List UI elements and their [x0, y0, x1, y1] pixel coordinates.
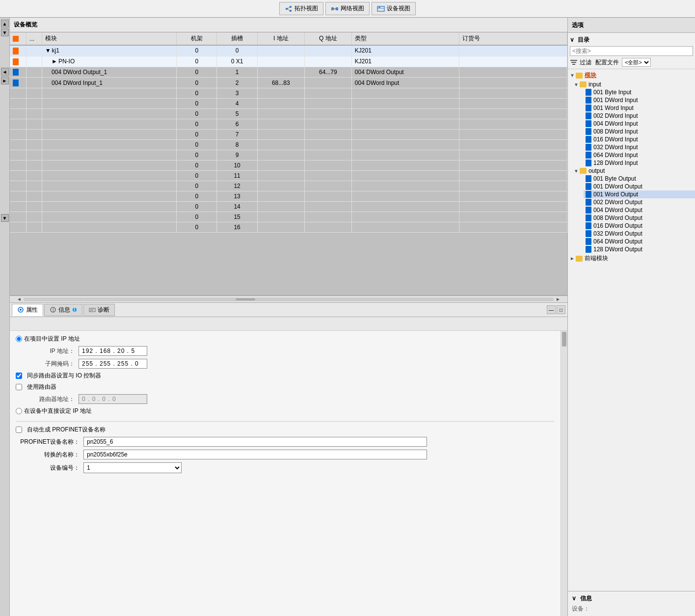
- table-row[interactable]: 010: [10, 161, 567, 171]
- module-icon-8: [586, 152, 591, 159]
- device-view-button[interactable]: 设备视图: [372, 2, 416, 15]
- properties-icon: [17, 306, 24, 313]
- filter-select[interactable]: <全部>: [622, 58, 651, 67]
- row-type-cell: [351, 150, 459, 161]
- output-item-4[interactable]: 004 DWord Output: [584, 206, 695, 214]
- table-row[interactable]: 03: [10, 88, 567, 99]
- table-row[interactable]: 05: [10, 109, 567, 119]
- tree-row-arrow[interactable]: ►: [52, 58, 57, 65]
- row-slot-cell: 0: [217, 45, 257, 56]
- table-row[interactable]: 012: [10, 181, 567, 191]
- row-icon-cell: [10, 140, 27, 150]
- hscroll-left-btn[interactable]: ◄: [17, 296, 22, 302]
- output-item-0[interactable]: 001 Byte Output: [584, 175, 695, 183]
- row-name-cell: 004 DWord Input_1: [42, 78, 176, 88]
- module-icon: [13, 80, 19, 86]
- catalog-search-input[interactable]: [570, 46, 693, 56]
- th-qaddr: Q 地址: [304, 32, 351, 45]
- table-row[interactable]: 09: [10, 150, 567, 161]
- input-item-2[interactable]: 001 Word Input: [584, 104, 695, 112]
- input-item-1[interactable]: 001 DWord Input: [584, 96, 695, 104]
- properties-panel: 在项目中设置 IP 地址 IP 地址： 子网掩码： 同步路由器设置与: [10, 331, 561, 616]
- use-router-checkbox[interactable]: [16, 384, 22, 390]
- tab-maximize-btn[interactable]: □: [557, 305, 565, 314]
- tree-item-front-modules[interactable]: ► 前端模块: [568, 253, 695, 264]
- tree-item-input[interactable]: ▼ input: [572, 80, 695, 88]
- table-row[interactable]: 06: [10, 119, 567, 130]
- table-row[interactable]: 011: [10, 171, 567, 181]
- row-order-cell: [459, 161, 567, 171]
- input-item-0[interactable]: 001 Byte Input: [584, 88, 695, 96]
- input-item-8[interactable]: 064 DWord Input: [584, 151, 695, 159]
- output-item-9[interactable]: 128 DWord Output: [584, 245, 695, 253]
- topology-view-button[interactable]: 拓扑视图: [279, 2, 323, 15]
- nav-left-button[interactable]: ◄: [1, 68, 9, 76]
- row-name-cell: [42, 150, 176, 161]
- tab-diagnostics[interactable]: 诊断: [83, 304, 115, 316]
- tree-item-output[interactable]: ▼ output: [572, 167, 695, 175]
- table-row[interactable]: 014: [10, 202, 567, 212]
- tab-info[interactable]: i 信息 i: [44, 304, 82, 316]
- row-qaddr-cell: [304, 202, 351, 212]
- vscroll-right[interactable]: [561, 331, 567, 616]
- row-slot-cell: 10: [217, 161, 257, 171]
- input-item-7[interactable]: 032 DWord Input: [584, 143, 695, 151]
- auto-gen-checkbox[interactable]: [16, 427, 22, 433]
- input-item-4[interactable]: 004 DWord Input: [584, 120, 695, 128]
- subnet-input[interactable]: [79, 359, 147, 369]
- network-view-button[interactable]: 网络视图: [325, 2, 370, 15]
- hscroll-right-btn[interactable]: ►: [556, 296, 561, 302]
- row-qaddr-cell: [304, 222, 351, 233]
- hscrollbar[interactable]: ◄ ►: [10, 295, 567, 302]
- table-row[interactable]: ►PN-IO00 X1KJ201: [10, 56, 567, 67]
- row-slot-cell: 9: [217, 150, 257, 161]
- table-row[interactable]: 07: [10, 130, 567, 140]
- table-row[interactable]: 015: [10, 212, 567, 222]
- output-item-8[interactable]: 064 DWord Output: [584, 238, 695, 245]
- nav-down2-button[interactable]: ▼: [1, 214, 9, 222]
- catalog-tree[interactable]: ▼ 模块 ▼ input 001 Byte Input: [568, 69, 695, 591]
- table-row[interactable]: 013: [10, 191, 567, 202]
- table-row[interactable]: 004 DWord Output_10164...79004 DWord Out…: [10, 67, 567, 78]
- nav-up-button[interactable]: ▲: [1, 20, 9, 27]
- tree-row-arrow[interactable]: ▼: [45, 47, 51, 54]
- sync-router-checkbox[interactable]: [16, 373, 22, 379]
- row-order-cell: [459, 45, 567, 56]
- output-item-7[interactable]: 032 DWord Output: [584, 230, 695, 238]
- row-type-cell: [351, 222, 459, 233]
- row-qaddr-cell: [304, 181, 351, 191]
- output-item-6[interactable]: 016 DWord Output: [584, 222, 695, 230]
- row-type-cell: [351, 109, 459, 119]
- table-row[interactable]: 08: [10, 140, 567, 150]
- input-item-6[interactable]: 016 DWord Input: [584, 135, 695, 143]
- input-item-5[interactable]: 008 DWord Input: [584, 128, 695, 135]
- catalog-section: ∨ 目录 过滤 配置文件 <全部>: [568, 33, 695, 69]
- table-row[interactable]: ▼kj100KJ201: [10, 45, 567, 56]
- output-item-3[interactable]: 002 DWord Output: [584, 198, 695, 206]
- icon-module: [13, 36, 19, 42]
- ip-in-project-radio[interactable]: [16, 336, 22, 342]
- row-type-cell: [351, 119, 459, 130]
- row-icon-cell: [10, 45, 27, 56]
- ip-input[interactable]: [79, 346, 147, 356]
- nav-down-button[interactable]: ▼: [1, 28, 9, 36]
- row-slot-cell: 0 X1: [217, 56, 257, 67]
- input-item-9[interactable]: 128 DWord Input: [584, 159, 695, 167]
- input-item-3[interactable]: 002 DWord Input: [584, 112, 695, 120]
- converted-name-input[interactable]: [83, 450, 427, 459]
- nav-right-button[interactable]: ►: [1, 77, 9, 84]
- table-container[interactable]: ... 模块 机架 插槽 I 地址 Q 地址 类型 订货号 ▼kj100KJ20…: [10, 32, 567, 295]
- tree-item-modules[interactable]: ▼ 模块: [568, 70, 695, 80]
- output-item-5[interactable]: 008 DWord Output: [584, 214, 695, 222]
- output-item-1[interactable]: 001 DWord Output: [584, 183, 695, 190]
- device-name-input[interactable]: [83, 437, 427, 447]
- table-row[interactable]: 004 DWord Input_10268...83004 DWord Inpu…: [10, 78, 567, 88]
- output-item-2[interactable]: 001 Word Output: [584, 190, 695, 198]
- tab-minimize-btn[interactable]: —: [547, 305, 556, 314]
- table-row[interactable]: 016: [10, 222, 567, 233]
- device-number-select[interactable]: 1 2: [83, 462, 182, 473]
- table-row[interactable]: 04: [10, 99, 567, 109]
- ip-on-device-radio[interactable]: [16, 408, 22, 414]
- tab-properties[interactable]: 属性: [12, 304, 43, 316]
- info-title: ∨ 信息: [572, 594, 691, 603]
